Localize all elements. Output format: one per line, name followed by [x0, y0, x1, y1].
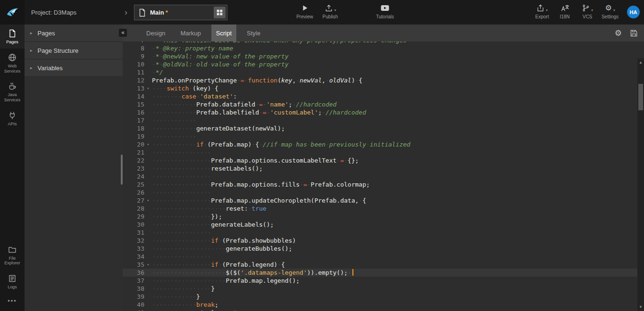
code-line[interactable]: 22················Prefab.map.options.cus… — [123, 156, 644, 164]
code-line[interactable]: 16············Prefab.labelfield·=·'custo… — [123, 108, 644, 116]
tab-markup[interactable]: Markup — [176, 25, 205, 41]
code-line[interactable]: 32················if·(Prefab.showbubbles… — [123, 237, 644, 245]
line-number[interactable]: 18 — [123, 124, 144, 132]
scroll-down-icon[interactable]: ▼ — [637, 305, 644, 309]
code-line[interactable]: 12Prefab.onPropertyChange·=·function(key… — [123, 76, 644, 84]
line-number[interactable]: 11 — [123, 68, 144, 76]
line-number[interactable]: 41 — [123, 309, 144, 311]
line-number[interactable]: 36 — [123, 269, 144, 277]
line-number[interactable]: 38 — [123, 285, 144, 293]
code-line[interactable]: 41········case·'colormap': — [123, 309, 644, 311]
rail-item-apis[interactable]: APIs — [0, 106, 25, 131]
code-line[interactable]: 9·*·@newVal:·new·value·of·the·property — [123, 52, 644, 60]
scrollbar-thumb[interactable] — [638, 84, 643, 110]
tutorials-button[interactable]: Tutorials — [374, 3, 396, 19]
scroll-up-icon[interactable]: ▲ — [637, 60, 644, 65]
code-line[interactable]: 17············ — [123, 116, 644, 124]
line-number[interactable]: 25 — [123, 180, 144, 188]
code-line[interactable]: 38················} — [123, 285, 644, 293]
line-number[interactable]: 10 — [123, 60, 144, 68]
line-number[interactable]: 35 — [123, 261, 144, 269]
line-number[interactable]: 12 — [123, 76, 144, 84]
panel-section-page-structure[interactable]: ▸ Page Structure — [25, 42, 123, 59]
line-number[interactable]: 32 — [123, 237, 144, 245]
rail-item-file-explorer[interactable]: File Explorer — [0, 241, 25, 270]
code-line[interactable]: 24················ — [123, 172, 644, 180]
line-number[interactable]: 39 — [123, 293, 144, 301]
code-line[interactable]: 25················Prefab.map.options.fil… — [123, 180, 644, 188]
rail-item-web-services[interactable]: Web Services — [0, 49, 25, 78]
code-line[interactable]: 26················ — [123, 188, 644, 196]
code-line[interactable]: 29················}); — [123, 213, 644, 221]
code-line[interactable]: 27▾················Prefab.map.updateChor… — [123, 196, 644, 205]
preview-button[interactable]: Preview — [293, 3, 316, 19]
line-number[interactable]: 34 — [123, 253, 144, 261]
line-number[interactable]: 27 — [123, 196, 144, 205]
code-line[interactable]: 14········case·'dataset': — [123, 92, 644, 100]
line-number[interactable]: 33 — [123, 245, 144, 253]
line-number[interactable]: 29 — [123, 213, 144, 221]
line-number[interactable]: 21 — [123, 148, 144, 156]
line-number[interactable]: 15 — [123, 100, 144, 108]
line-number[interactable]: 24 — [123, 172, 144, 180]
editor-settings-gear-icon[interactable]: ⚙ — [615, 29, 622, 37]
code-line[interactable]: 31················ — [123, 229, 644, 237]
panel-section-variables[interactable]: ▸ Variables — [25, 59, 123, 77]
code-line[interactable]: 40············break; — [123, 301, 644, 309]
editor-scrollbar[interactable]: ▲ ▼ — [637, 58, 644, 311]
code-line[interactable]: 39············} — [123, 293, 644, 301]
code-line[interactable]: 10·*·@oldVal:·old·value·of·the·property — [123, 60, 644, 68]
tab-design[interactable]: Design — [142, 25, 170, 41]
fold-icon[interactable]: ▾ — [144, 261, 152, 269]
rail-item-java-services[interactable]: Java Services — [0, 77, 25, 106]
settings-button[interactable]: ⚙ ▾ Settings — [599, 3, 621, 19]
code-line[interactable]: 35▾················if·(Prefab.legend)·{ — [123, 261, 644, 269]
grid-icon[interactable] — [214, 7, 226, 18]
rail-item-pages[interactable]: Pages — [0, 25, 25, 49]
publish-button[interactable]: ▾ Publish — [319, 3, 342, 19]
code-line[interactable]: 37····················Prefab.map.legend(… — [123, 277, 644, 285]
code-line[interactable]: 28····················reset:·true — [123, 205, 644, 213]
code-line[interactable]: 13▾····switch·(key)·{ — [123, 84, 644, 92]
code-line[interactable]: 18············generateDataset(newVal); — [123, 124, 644, 132]
active-page-tab[interactable]: Main* — [134, 5, 227, 20]
panel-section-pages[interactable]: ▸ Pages — [25, 25, 123, 42]
code-line[interactable]: 23················resetLabels(); — [123, 164, 644, 172]
line-number[interactable]: 13 — [123, 84, 144, 92]
code-line[interactable]: 34················ — [123, 253, 644, 261]
line-number[interactable]: 17 — [123, 116, 144, 124]
code-line[interactable]: 33····················generateBubbles(); — [123, 245, 644, 253]
fold-icon[interactable]: ▾ — [144, 196, 152, 205]
fold-icon[interactable]: ▾ — [144, 84, 152, 92]
tab-style[interactable]: Style — [242, 25, 265, 41]
code-line[interactable]: 8·*·@key:·property·name — [123, 44, 644, 52]
line-number[interactable]: 30 — [123, 221, 144, 229]
line-number[interactable]: 8 — [123, 44, 144, 52]
fold-icon[interactable]: ▾ — [144, 140, 152, 148]
more-menu-button[interactable]: ••• — [0, 294, 25, 311]
line-number[interactable]: 22 — [123, 156, 144, 164]
line-number[interactable]: 19 — [123, 132, 144, 140]
export-button[interactable]: ▾ Export — [531, 3, 553, 19]
line-number[interactable]: 9 — [123, 52, 144, 60]
user-avatar[interactable]: HA — [627, 6, 640, 18]
line-number[interactable]: 40 — [123, 301, 144, 309]
save-icon[interactable] — [630, 29, 638, 37]
wavemaker-logo[interactable] — [0, 0, 25, 25]
line-number[interactable]: 31 — [123, 229, 144, 237]
rail-item-logs[interactable]: Logs — [0, 270, 25, 294]
i18n-button[interactable]: I18N — [553, 3, 576, 19]
vcs-button[interactable]: ▾ VCS — [576, 3, 599, 19]
code-line[interactable]: 30················generateLabels(); — [123, 221, 644, 229]
collapse-panel-button[interactable]: « — [119, 29, 127, 37]
line-number[interactable]: 28 — [123, 205, 144, 213]
code-line[interactable]: 19············ — [123, 132, 644, 140]
line-number[interactable]: 37 — [123, 277, 144, 285]
code-line[interactable]: 36····················$($('.datamaps-leg… — [123, 269, 644, 277]
code-line[interactable]: 20▾············if·(Prefab.map)·{·//if·ma… — [123, 140, 644, 148]
line-number[interactable]: 20 — [123, 140, 144, 148]
line-number[interactable]: 23 — [123, 164, 144, 172]
code-line[interactable]: 11·*/ — [123, 68, 644, 76]
line-number[interactable]: 14 — [123, 92, 144, 100]
line-number[interactable]: 16 — [123, 108, 144, 116]
